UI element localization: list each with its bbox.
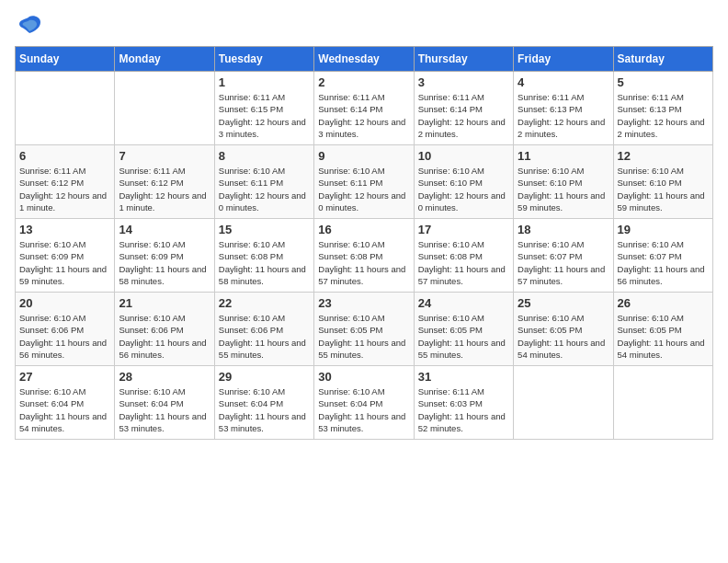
day-info: Sunrise: 6:10 AM Sunset: 6:05 PM Dayligh…: [318, 312, 409, 361]
day-number: 24: [418, 296, 509, 310]
day-number: 7: [119, 149, 210, 163]
calendar-cell: 23Sunrise: 6:10 AM Sunset: 6:05 PM Dayli…: [314, 293, 414, 366]
calendar-cell: 21Sunrise: 6:10 AM Sunset: 6:06 PM Dayli…: [115, 293, 214, 366]
logo-bird-icon: [17, 15, 42, 35]
day-number: 8: [219, 149, 310, 163]
calendar-cell: 9Sunrise: 6:10 AM Sunset: 6:11 PM Daylig…: [314, 145, 414, 219]
calendar-cell: 19Sunrise: 6:10 AM Sunset: 6:07 PM Dayli…: [613, 219, 712, 293]
calendar-cell: 18Sunrise: 6:10 AM Sunset: 6:07 PM Dayli…: [514, 219, 613, 293]
day-info: Sunrise: 6:10 AM Sunset: 6:11 PM Dayligh…: [219, 165, 310, 213]
calendar-cell: 4Sunrise: 6:11 AM Sunset: 6:13 PM Daylig…: [514, 72, 613, 145]
calendar-cell: [115, 72, 214, 145]
day-number: 26: [618, 296, 709, 310]
day-number: 19: [618, 223, 709, 236]
day-number: 20: [19, 296, 110, 310]
day-number: 27: [19, 370, 110, 384]
day-info: Sunrise: 6:11 AM Sunset: 6:14 PM Dayligh…: [418, 91, 509, 140]
day-number: 9: [318, 149, 409, 163]
day-info: Sunrise: 6:10 AM Sunset: 6:06 PM Dayligh…: [19, 312, 110, 361]
calendar-header-monday: Monday: [115, 47, 214, 72]
day-info: Sunrise: 6:10 AM Sunset: 6:04 PM Dayligh…: [119, 385, 210, 434]
calendar-cell: 28Sunrise: 6:10 AM Sunset: 6:04 PM Dayli…: [115, 366, 214, 440]
calendar-cell: 30Sunrise: 6:10 AM Sunset: 6:04 PM Dayli…: [314, 366, 414, 440]
day-info: Sunrise: 6:11 AM Sunset: 6:03 PM Dayligh…: [418, 385, 509, 434]
calendar-header-sunday: Sunday: [16, 47, 115, 72]
day-number: 17: [418, 223, 509, 236]
day-info: Sunrise: 6:10 AM Sunset: 6:06 PM Dayligh…: [219, 312, 310, 361]
page-header: [15, 15, 713, 35]
day-number: 31: [418, 370, 509, 384]
calendar-cell: 17Sunrise: 6:10 AM Sunset: 6:08 PM Dayli…: [414, 219, 513, 293]
day-number: 3: [418, 75, 509, 89]
day-info: Sunrise: 6:10 AM Sunset: 6:08 PM Dayligh…: [318, 238, 409, 287]
day-info: Sunrise: 6:10 AM Sunset: 6:10 PM Dayligh…: [618, 165, 709, 213]
day-number: 23: [318, 296, 409, 310]
calendar-cell: [613, 366, 712, 440]
day-number: 2: [318, 75, 409, 89]
day-info: Sunrise: 6:11 AM Sunset: 6:15 PM Dayligh…: [219, 91, 310, 140]
day-info: Sunrise: 6:10 AM Sunset: 6:05 PM Dayligh…: [618, 312, 709, 361]
calendar-header-tuesday: Tuesday: [214, 47, 313, 72]
day-info: Sunrise: 6:11 AM Sunset: 6:12 PM Dayligh…: [19, 165, 110, 213]
day-info: Sunrise: 6:10 AM Sunset: 6:11 PM Dayligh…: [318, 165, 409, 213]
calendar-cell: [16, 72, 115, 145]
day-info: Sunrise: 6:10 AM Sunset: 6:05 PM Dayligh…: [518, 312, 609, 361]
calendar-cell: 31Sunrise: 6:11 AM Sunset: 6:03 PM Dayli…: [414, 366, 513, 440]
calendar-header-saturday: Saturday: [613, 47, 712, 72]
day-number: 12: [618, 149, 709, 163]
calendar-cell: 2Sunrise: 6:11 AM Sunset: 6:14 PM Daylig…: [314, 72, 414, 145]
calendar-week-row: 13Sunrise: 6:10 AM Sunset: 6:09 PM Dayli…: [16, 219, 713, 293]
day-number: 14: [119, 223, 210, 236]
calendar-week-row: 6Sunrise: 6:11 AM Sunset: 6:12 PM Daylig…: [16, 145, 713, 219]
calendar-cell: 3Sunrise: 6:11 AM Sunset: 6:14 PM Daylig…: [414, 72, 513, 145]
calendar-cell: 22Sunrise: 6:10 AM Sunset: 6:06 PM Dayli…: [214, 293, 313, 366]
calendar-cell: 5Sunrise: 6:11 AM Sunset: 6:13 PM Daylig…: [613, 72, 712, 145]
day-info: Sunrise: 6:10 AM Sunset: 6:08 PM Dayligh…: [418, 238, 509, 287]
day-info: Sunrise: 6:10 AM Sunset: 6:05 PM Dayligh…: [418, 312, 509, 361]
calendar-header-wednesday: Wednesday: [314, 47, 414, 72]
day-info: Sunrise: 6:10 AM Sunset: 6:04 PM Dayligh…: [19, 385, 110, 434]
calendar-cell: [514, 366, 613, 440]
day-info: Sunrise: 6:10 AM Sunset: 6:10 PM Dayligh…: [518, 165, 609, 213]
day-info: Sunrise: 6:10 AM Sunset: 6:09 PM Dayligh…: [119, 238, 210, 287]
calendar-cell: 14Sunrise: 6:10 AM Sunset: 6:09 PM Dayli…: [115, 219, 214, 293]
calendar-cell: 1Sunrise: 6:11 AM Sunset: 6:15 PM Daylig…: [214, 72, 313, 145]
calendar-cell: 27Sunrise: 6:10 AM Sunset: 6:04 PM Dayli…: [16, 366, 115, 440]
day-number: 15: [219, 223, 310, 236]
calendar-header-friday: Friday: [514, 47, 613, 72]
day-number: 6: [19, 149, 110, 163]
calendar-table: SundayMondayTuesdayWednesdayThursdayFrid…: [15, 46, 713, 440]
day-number: 16: [318, 223, 409, 236]
day-info: Sunrise: 6:11 AM Sunset: 6:12 PM Dayligh…: [119, 165, 210, 213]
day-number: 21: [119, 296, 210, 310]
day-info: Sunrise: 6:10 AM Sunset: 6:04 PM Dayligh…: [318, 385, 409, 434]
calendar-cell: 20Sunrise: 6:10 AM Sunset: 6:06 PM Dayli…: [16, 293, 115, 366]
day-info: Sunrise: 6:10 AM Sunset: 6:07 PM Dayligh…: [618, 238, 709, 287]
day-number: 5: [618, 75, 709, 89]
day-info: Sunrise: 6:10 AM Sunset: 6:04 PM Dayligh…: [219, 385, 310, 434]
day-info: Sunrise: 6:11 AM Sunset: 6:13 PM Dayligh…: [518, 91, 609, 140]
calendar-week-row: 20Sunrise: 6:10 AM Sunset: 6:06 PM Dayli…: [16, 293, 713, 366]
calendar-cell: 8Sunrise: 6:10 AM Sunset: 6:11 PM Daylig…: [214, 145, 313, 219]
calendar-cell: 12Sunrise: 6:10 AM Sunset: 6:10 PM Dayli…: [613, 145, 712, 219]
calendar-cell: 13Sunrise: 6:10 AM Sunset: 6:09 PM Dayli…: [16, 219, 115, 293]
day-number: 4: [518, 75, 609, 89]
day-number: 1: [219, 75, 310, 89]
day-info: Sunrise: 6:11 AM Sunset: 6:13 PM Dayligh…: [618, 91, 709, 140]
day-number: 28: [119, 370, 210, 384]
calendar-cell: 29Sunrise: 6:10 AM Sunset: 6:04 PM Dayli…: [214, 366, 313, 440]
day-number: 22: [219, 296, 310, 310]
calendar-cell: 16Sunrise: 6:10 AM Sunset: 6:08 PM Dayli…: [314, 219, 414, 293]
day-number: 13: [19, 223, 110, 236]
day-number: 29: [219, 370, 310, 384]
day-number: 10: [418, 149, 509, 163]
calendar-header-row: SundayMondayTuesdayWednesdayThursdayFrid…: [16, 47, 713, 72]
day-number: 25: [518, 296, 609, 310]
calendar-cell: 25Sunrise: 6:10 AM Sunset: 6:05 PM Dayli…: [514, 293, 613, 366]
day-number: 18: [518, 223, 609, 236]
day-info: Sunrise: 6:11 AM Sunset: 6:14 PM Dayligh…: [318, 91, 409, 140]
day-number: 11: [518, 149, 609, 163]
day-info: Sunrise: 6:10 AM Sunset: 6:08 PM Dayligh…: [219, 238, 310, 287]
calendar-cell: 7Sunrise: 6:11 AM Sunset: 6:12 PM Daylig…: [115, 145, 214, 219]
calendar-week-row: 27Sunrise: 6:10 AM Sunset: 6:04 PM Dayli…: [16, 366, 713, 440]
